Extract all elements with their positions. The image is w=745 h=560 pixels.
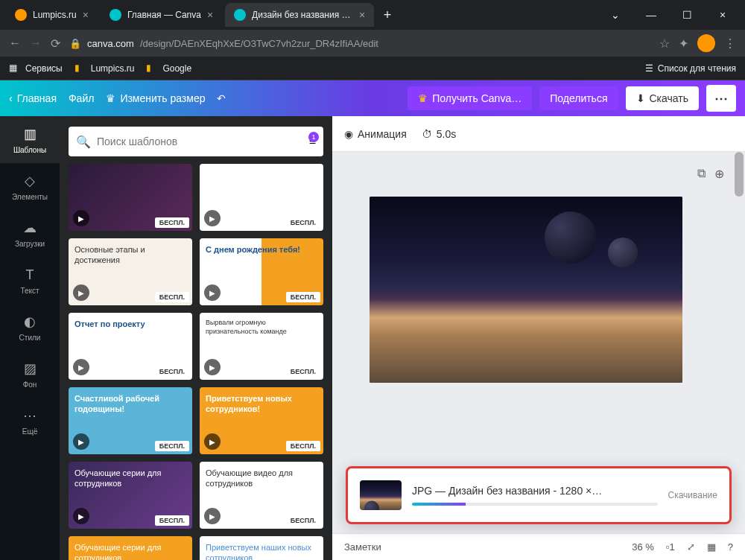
star-icon[interactable]: ☆	[659, 36, 670, 51]
template-card[interactable]: Обучающие серии для сотрудников▶БЕСПЛ.	[69, 462, 192, 529]
url-field[interactable]: 🔒 canva.com/design/DAEnXEqhXxE/O3TwC7vh2…	[69, 38, 650, 49]
notes-button[interactable]: Заметки	[344, 541, 381, 553]
duration-button[interactable]: ⏱5.0s	[422, 128, 456, 140]
progress-bar	[412, 503, 466, 506]
play-icon: ▶	[204, 508, 221, 524]
template-card[interactable]: ▶БЕСПЛ.	[200, 164, 323, 231]
browser-tab[interactable]: Lumpics.ru ×	[6, 3, 98, 27]
url-path: /design/DAEnXEqhXxE/O3TwC7vh2zur_DR4zIfi…	[140, 38, 378, 49]
close-window-icon[interactable]: ×	[712, 9, 733, 21]
download-progress	[412, 503, 658, 506]
url-host: canva.com	[87, 38, 134, 49]
template-card[interactable]: ▶БЕСПЛ.	[69, 164, 192, 231]
maximize-icon[interactable]: ☐	[676, 9, 697, 21]
bookmark-label: Lumpics.ru	[91, 63, 135, 74]
new-tab-button[interactable]: +	[377, 4, 398, 25]
template-card[interactable]: Вырвали огромную признательность команде…	[200, 313, 323, 380]
browser-tab-active[interactable]: Дизайн без названия — 1280 ×	[225, 3, 374, 27]
template-card[interactable]: Основные этапы и достижения▶БЕСПЛ.	[69, 238, 192, 305]
sidebar-item-elements[interactable]: ◇Элементы	[0, 163, 60, 210]
tab-title: Дизайн без названия — 1280	[252, 10, 353, 20]
tab-favicon	[234, 9, 246, 21]
templates-panel: 🔍 ≡ 1 ▶БЕСПЛ. ▶БЕСПЛ. Основные этапы и д…	[60, 116, 332, 560]
download-info: JPG — Дизайн без названия - 1280 ×…	[412, 485, 658, 506]
scrollbar[interactable]	[733, 152, 745, 533]
add-page-icon[interactable]: ⊕	[714, 167, 724, 181]
templates-grid[interactable]: ▶БЕСПЛ. ▶БЕСПЛ. Основные этапы и достиже…	[60, 164, 332, 560]
share-button[interactable]: Поделиться	[539, 86, 618, 110]
elements-icon: ◇	[21, 172, 39, 190]
browser-tab[interactable]: Главная — Canva ×	[101, 3, 222, 27]
download-button[interactable]: ⬇Скачать	[626, 86, 700, 110]
extensions-icon[interactable]: ✦	[679, 36, 688, 51]
sidebar-item-styles[interactable]: ◐Стили	[0, 304, 60, 351]
scrollbar-thumb[interactable]	[735, 152, 744, 197]
bookmark-item[interactable]: ▮Lumpics.ru	[74, 63, 135, 74]
sidebar-item-uploads[interactable]: ☁Загрузки	[0, 210, 60, 257]
reading-list-button[interactable]: ☰Список для чтения	[645, 63, 736, 74]
animation-button[interactable]: ◉Анимация	[344, 128, 407, 140]
more-icon: ⋯	[21, 407, 39, 424]
free-badge: БЕСПЛ.	[286, 292, 320, 302]
close-icon[interactable]: ×	[83, 9, 89, 21]
template-card[interactable]: Обучающие видео для сотрудников▶БЕСПЛ.	[200, 462, 323, 529]
template-card[interactable]: С днем рождения тебя!▶БЕСПЛ.	[200, 238, 323, 305]
file-menu[interactable]: Файл	[69, 92, 94, 104]
page-number: 1	[670, 541, 675, 553]
sidebar-item-background[interactable]: ▨Фон	[0, 351, 60, 398]
grid-view-icon[interactable]: ▦	[707, 541, 716, 553]
minimize-icon[interactable]: —	[641, 9, 662, 21]
free-badge: БЕСПЛ.	[155, 441, 189, 451]
duplicate-page-icon[interactable]: ⧉	[697, 167, 706, 181]
bookmarks-bar: ▦Сервисы ▮Lumpics.ru ▮Google ☰Список для…	[0, 57, 745, 80]
fullscreen-icon[interactable]: ⤢	[687, 541, 695, 553]
page-actions: ⧉ ⊕	[697, 167, 724, 181]
free-badge: БЕСПЛ.	[155, 292, 189, 302]
design-page[interactable]	[370, 197, 682, 383]
filter-badge: 1	[308, 132, 319, 142]
search-bar[interactable]: 🔍 ≡ 1	[69, 127, 323, 156]
download-icon: ⬇	[636, 92, 645, 104]
template-card[interactable]: Отчет по проекту▶БЕСПЛ.	[69, 313, 192, 380]
reload-icon[interactable]: ⟳	[51, 36, 60, 51]
sidebar-label: Загрузки	[15, 240, 45, 248]
close-icon[interactable]: ×	[207, 9, 213, 21]
menu-icon[interactable]: ⋮	[724, 36, 736, 51]
undo-icon: ↶	[217, 92, 226, 104]
page-indicator[interactable]: ▫1	[666, 541, 675, 553]
apps-icon: ▦	[9, 63, 21, 74]
chevron-down-icon[interactable]: ⌄	[605, 9, 626, 21]
window-controls: ⌄ — ☐ ×	[605, 9, 739, 21]
template-card[interactable]: Обучающие серии для сотрудников▶БЕСПЛ.	[69, 536, 192, 560]
profile-avatar[interactable]	[697, 34, 715, 52]
resize-button[interactable]: ♛Изменить размер	[106, 92, 205, 104]
template-card[interactable]: Счастливой рабочей годовщины!▶БЕСПЛ.	[69, 387, 192, 454]
forward-icon[interactable]: →	[30, 36, 42, 50]
side-rail: ▥Шаблоны ◇Элементы ☁Загрузки TТекст ◐Сти…	[0, 116, 60, 560]
sidebar-item-templates[interactable]: ▥Шаблоны	[0, 116, 60, 163]
sidebar-item-more[interactable]: ⋯Ещё	[0, 398, 60, 445]
home-button[interactable]: ‹Главная	[9, 92, 57, 104]
list-icon: ☰	[645, 63, 653, 74]
sidebar-item-text[interactable]: TТекст	[0, 257, 60, 304]
help-icon[interactable]: ?	[728, 541, 733, 553]
template-card[interactable]: Приветствуем наших новых сотрудников▶БЕС…	[200, 536, 323, 560]
more-button[interactable]: ⋯	[706, 85, 736, 112]
canvas-area: ◉Анимация ⏱5.0s ⧉ ⊕ JPG — Дизайн без наз…	[332, 116, 745, 560]
templates-icon: ▥	[21, 125, 39, 143]
zoom-value[interactable]: 36 %	[632, 541, 654, 553]
back-icon[interactable]: ←	[9, 36, 21, 50]
crown-icon: ♛	[106, 92, 115, 104]
search-input[interactable]	[97, 136, 303, 147]
close-icon[interactable]: ×	[359, 9, 365, 21]
template-card[interactable]: Приветствуем новых сотрудников!▶БЕСПЛ.	[200, 387, 323, 454]
undo-button[interactable]: ↶	[217, 92, 226, 104]
sidebar-label: Фон	[23, 381, 37, 389]
bookmark-item[interactable]: ▮Google	[146, 63, 191, 74]
filter-button[interactable]: ≡ 1	[309, 135, 316, 148]
sidebar-label: Шаблоны	[13, 146, 46, 154]
free-badge: БЕСПЛ.	[155, 515, 189, 526]
bookmark-apps[interactable]: ▦Сервисы	[9, 63, 63, 74]
get-pro-button[interactable]: ♛Получить Canva…	[408, 86, 532, 110]
palette-icon: ◐	[21, 313, 39, 331]
